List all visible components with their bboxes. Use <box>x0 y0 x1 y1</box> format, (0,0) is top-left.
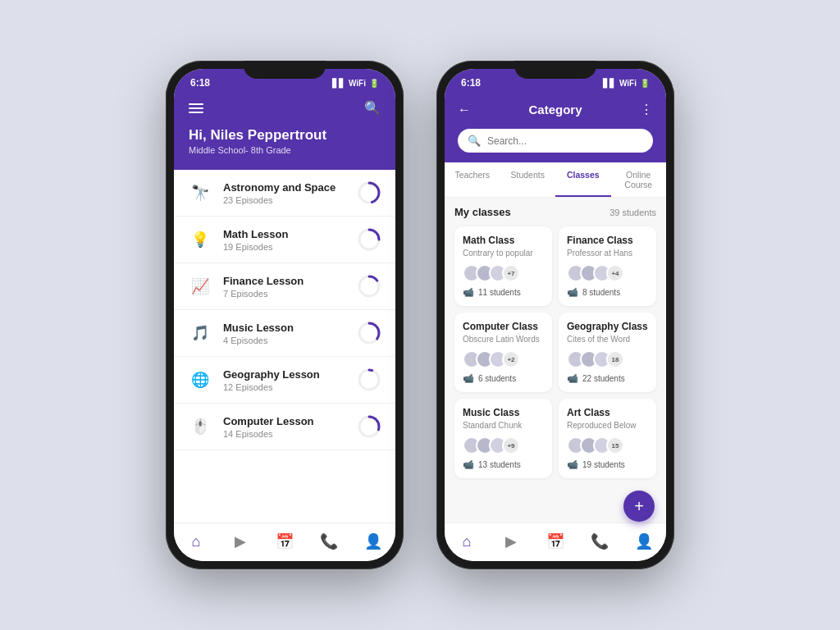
lesson-ep-5: 12 Episodes <box>223 382 346 392</box>
class-footer-music: 📹 13 students <box>463 459 544 470</box>
nav-calendar-2[interactable]: 📅 <box>541 530 570 553</box>
class-card-geography[interactable]: Geography Class Cites of the Word 18 📹 2… <box>559 313 656 392</box>
phone-1: 6:18 ▋▋ WiFi 🔋 🔍 Hi, Niles Pepp <box>166 61 404 569</box>
nav-phone[interactable]: 📞 <box>314 530 344 553</box>
lesson-name-6: Computer Lesson <box>223 415 346 427</box>
class-footer-geography: 📹 22 students <box>567 373 648 384</box>
phone-2: 6:18 ▋▋ WiFi 🔋 ← Category ⋮ 🔍 <box>436 61 674 569</box>
nav-play-2[interactable]: ▶ <box>496 530 526 553</box>
progress-ring-3 <box>356 273 382 299</box>
nav-play[interactable]: ▶ <box>226 530 255 553</box>
classes-header-count: 39 students <box>609 208 656 217</box>
nav-phone-2[interactable]: 📞 <box>585 530 614 553</box>
avatars-finance: +4 <box>567 264 648 282</box>
class-sub-computer: Obscure Latin Words <box>463 335 544 344</box>
phone1-header: 🔍 Hi, Niles Peppertrout Middle School- 8… <box>174 94 395 170</box>
avatars-math: +7 <box>463 264 544 282</box>
class-title-finance: Finance Class <box>567 235 648 246</box>
video-icon-finance: 📹 <box>567 287 578 298</box>
class-footer-math: 📹 11 students <box>463 287 544 298</box>
search-input[interactable] <box>487 135 643 147</box>
classes-header-title: My classes <box>454 206 511 218</box>
bottom-nav-2: ⌂ ▶ 📅 📞 👤 <box>445 523 666 561</box>
classes-section: My classes 39 students Math Class Contra… <box>445 198 666 523</box>
category-title: Category <box>528 103 582 116</box>
menu-button[interactable] <box>189 103 203 113</box>
back-button[interactable]: ← <box>458 103 471 117</box>
lesson-icon-6: 🖱️ <box>187 413 213 440</box>
class-footer-finance: 📹 8 students <box>567 287 648 298</box>
nav-profile[interactable]: 👤 <box>358 530 388 553</box>
status-icons-1: ▋▋ WiFi 🔋 <box>332 79 379 88</box>
class-card-finance[interactable]: Finance Class Professor at Hans +4 📹 8 s… <box>559 226 656 306</box>
lesson-name-4: Music Lesson <box>223 322 346 334</box>
tab-teachers[interactable]: Teachers <box>445 162 500 197</box>
svg-point-8 <box>359 370 379 390</box>
lesson-item-finance[interactable]: 📈 Finance Lesson 7 Episodes <box>174 263 395 310</box>
video-icon-art: 📹 <box>567 459 578 470</box>
search-bar[interactable]: 🔍 <box>458 129 653 153</box>
lesson-item-music[interactable]: 🎵 Music Lesson 4 Episodes <box>174 310 395 357</box>
progress-ring-4 <box>356 320 382 346</box>
progress-ring-6 <box>356 413 382 440</box>
class-sub-finance: Professor at Hans <box>567 249 648 258</box>
nav-calendar[interactable]: 📅 <box>270 530 299 553</box>
class-title-geography: Geography Class <box>567 321 648 332</box>
class-card-art[interactable]: Art Class Reproduced Below 15 📹 19 stude… <box>559 399 656 478</box>
tab-students[interactable]: Students <box>500 162 556 197</box>
lesson-icon-5: 🌐 <box>187 367 213 393</box>
lesson-item-computer[interactable]: 🖱️ Computer Lesson 14 Episodes <box>174 404 395 450</box>
class-title-music: Music Class <box>463 407 544 418</box>
nav-home-2[interactable]: ⌂ <box>452 530 482 553</box>
lesson-name-2: Math Lesson <box>223 228 346 240</box>
video-icon-geography: 📹 <box>567 373 578 384</box>
avatars-art: 15 <box>567 436 648 454</box>
video-icon-music: 📹 <box>463 459 474 470</box>
lesson-icon-1: 🔭 <box>187 180 213 206</box>
class-title-computer: Computer Class <box>463 321 544 332</box>
class-footer-art: 📹 19 students <box>567 459 648 470</box>
class-card-math[interactable]: Math Class Contrary to popular +7 📹 11 s… <box>454 226 552 306</box>
avatars-computer: +2 <box>463 350 544 368</box>
class-title-art: Art Class <box>567 407 648 418</box>
fab-add-button[interactable]: + <box>623 491 655 522</box>
lesson-icon-2: 💡 <box>187 226 213 253</box>
lesson-icon-3: 📈 <box>187 273 213 299</box>
tab-classes[interactable]: Classes <box>555 162 611 197</box>
status-time-1: 6:18 <box>190 77 210 89</box>
video-icon-math: 📹 <box>463 287 474 298</box>
class-card-computer[interactable]: Computer Class Obscure Latin Words +2 📹 … <box>454 313 552 392</box>
lesson-name-3: Finance Lesson <box>223 275 346 287</box>
search-icon: 🔍 <box>468 135 481 147</box>
notch-2 <box>514 61 596 79</box>
lesson-item-astronomy[interactable]: 🔭 Astronomy and Space 23 Episodes <box>174 170 395 217</box>
progress-ring-5 <box>356 367 382 393</box>
lesson-name-1: Astronomy and Space <box>223 181 346 194</box>
phone2-header: ← Category ⋮ 🔍 <box>445 94 666 162</box>
lesson-ep-1: 23 Episodes <box>223 195 346 205</box>
class-card-music[interactable]: Music Class Standard Chunk +9 📹 13 stude… <box>454 399 552 478</box>
class-title-math: Math Class <box>463 235 544 246</box>
greeting-subtitle: Middle School- 8th Grade <box>189 145 381 155</box>
lesson-ep-2: 19 Episodes <box>223 242 346 252</box>
class-sub-geography: Cites of the Word <box>567 335 648 344</box>
greeting-name: Hi, Niles Peppertrout <box>189 127 381 144</box>
nav-profile-2[interactable]: 👤 <box>629 530 659 553</box>
nav-home[interactable]: ⌂ <box>181 530 211 553</box>
tab-online-course[interactable]: Online Course <box>611 162 667 197</box>
lesson-item-math[interactable]: 💡 Math Lesson 19 Episodes <box>174 217 395 263</box>
notch-1 <box>244 61 326 79</box>
bottom-nav: ⌂ ▶ 📅 📞 👤 <box>174 523 395 561</box>
more-options-button[interactable]: ⋮ <box>640 102 653 117</box>
lesson-icon-4: 🎵 <box>187 320 213 346</box>
phone2-topbar: ← Category ⋮ <box>458 97 653 122</box>
lesson-ep-6: 14 Episodes <box>223 429 346 439</box>
class-sub-art: Reproduced Below <box>567 421 648 430</box>
avatars-geography: 18 <box>567 350 648 368</box>
class-sub-math: Contrary to popular <box>463 249 544 258</box>
lesson-item-geography[interactable]: 🌐 Geography Lesson 12 Episodes <box>174 357 395 404</box>
status-icons-2: ▋▋ WiFi 🔋 <box>603 79 650 88</box>
classes-header: My classes 39 students <box>454 206 656 218</box>
lesson-ep-3: 7 Episodes <box>223 289 346 299</box>
search-button[interactable]: 🔍 <box>364 100 381 116</box>
